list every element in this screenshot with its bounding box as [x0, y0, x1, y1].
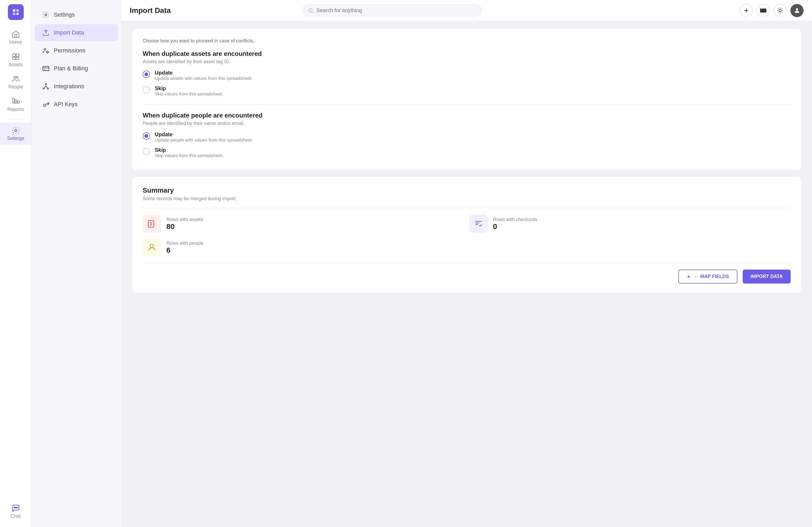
svg-point-23: [45, 84, 47, 85]
people-update-option[interactable]: Update Update people with values from th…: [143, 131, 791, 143]
search-input[interactable]: [316, 8, 476, 13]
sidebar-menu-plan-label: Plan & Billing: [54, 65, 88, 72]
duplicate-people-subtitle: People are identified by their name and/…: [143, 121, 791, 126]
sidebar-menu-integrations-label: Integrations: [54, 83, 84, 90]
svg-rect-33: [763, 9, 764, 12]
sidebar-item-permissions[interactable]: Permissions: [35, 42, 118, 59]
assets-skip-radio[interactable]: [143, 86, 150, 93]
sidebar-item-people[interactable]: People: [0, 71, 31, 93]
people-skip-text: Skip Skip values from this spreadsheet.: [155, 147, 223, 158]
svg-point-20: [44, 48, 46, 50]
people-update-desc: Update people with values from this spre…: [155, 137, 253, 143]
summary-subtitle: Some records may be merged during import…: [143, 196, 791, 202]
duplicate-assets-options: Update Update assets with values from th…: [143, 70, 791, 97]
barcode-icon: [760, 7, 767, 14]
svg-point-10: [16, 76, 18, 78]
assets-skip-label: Skip: [155, 85, 223, 91]
sidebar-item-plan-billing[interactable]: Plan & Billing: [35, 60, 118, 77]
svg-rect-1: [13, 9, 15, 12]
people-skip-option[interactable]: Skip Skip values from this spreadsheet.: [143, 147, 791, 158]
assets-stat-count: 80: [166, 222, 203, 231]
sidebar-item-import-data[interactable]: Import Data: [35, 24, 118, 41]
sidebar-menu-settings-label: Settings: [54, 11, 75, 18]
svg-rect-7: [13, 57, 16, 60]
summary-title: Summary: [143, 186, 791, 194]
duplicate-assets-section: When duplicate assets are encountered As…: [143, 50, 791, 97]
assets-update-radio[interactable]: [143, 71, 150, 78]
people-update-radio[interactable]: [143, 132, 150, 140]
people-stat-icon: [147, 243, 157, 252]
header-actions: [740, 4, 803, 17]
map-fields-button[interactable]: ← MAP FIELDS: [678, 269, 737, 283]
sidebar-item-settings[interactable]: Settings: [0, 122, 31, 145]
svg-point-14: [15, 129, 17, 131]
assets-stat-icon: [147, 219, 157, 229]
sidebar-item-assets[interactable]: Assets: [0, 49, 31, 71]
svg-line-45: [782, 8, 782, 9]
search-icon: [308, 8, 314, 13]
assets-update-text: Update Update assets with values from th…: [155, 70, 252, 81]
assets-update-option[interactable]: Update Update assets with values from th…: [143, 70, 791, 81]
people-update-label: Update: [155, 131, 253, 137]
people-skip-radio[interactable]: [143, 148, 150, 155]
search-bar[interactable]: [302, 4, 482, 16]
checkouts-stat-count: 0: [493, 222, 537, 231]
svg-rect-32: [762, 9, 763, 12]
barcode-button[interactable]: [757, 4, 770, 17]
people-stat-count: 6: [166, 246, 204, 254]
add-button[interactable]: [740, 4, 753, 17]
sidebar-item-api-keys[interactable]: API Keys: [35, 96, 118, 113]
svg-point-26: [44, 104, 46, 106]
checkouts-stat-text: Rows with checkouts 0: [493, 217, 537, 231]
svg-rect-34: [764, 9, 765, 12]
svg-point-37: [779, 9, 781, 12]
people-skip-desc: Skip values from this spreadsheet.: [155, 153, 223, 158]
summary-checkouts: Rows with checkouts 0: [469, 215, 791, 233]
svg-rect-0: [11, 8, 20, 17]
svg-rect-6: [16, 54, 19, 57]
map-fields-label: ← MAP FIELDS: [694, 274, 729, 279]
import-data-button[interactable]: IMPORT DATA: [743, 269, 791, 283]
svg-point-25: [47, 88, 49, 89]
svg-rect-22: [43, 67, 49, 71]
svg-point-21: [46, 51, 48, 53]
sidebar-item-reports[interactable]: Reports: [0, 93, 31, 116]
sidebar-label-settings: Settings: [7, 136, 24, 141]
conflict-header-text: Choose how you want to proceed in case o…: [143, 38, 791, 44]
people-icon-bg: [143, 238, 161, 257]
icon-sidebar: Home Assets People Reports: [0, 0, 32, 527]
sidebar-menu-api-label: API Keys: [54, 101, 77, 108]
nav-bottom: Chat: [11, 500, 20, 523]
sidebar-item-integrations[interactable]: Integrations: [35, 78, 118, 95]
svg-rect-12: [15, 100, 17, 103]
checkouts-stat-icon: [474, 219, 483, 229]
svg-point-27: [309, 9, 313, 12]
sidebar-label-people: People: [8, 84, 23, 90]
sidebar-label-reports: Reports: [8, 107, 24, 112]
theme-toggle[interactable]: [773, 4, 787, 17]
assets-skip-option[interactable]: Skip Skip values from this spreadsheet.: [143, 85, 791, 97]
summary-card: Summary Some records may be merged durin…: [132, 177, 801, 293]
conflict-card: Choose how you want to proceed in case o…: [132, 28, 801, 170]
assets-update-label: Update: [155, 70, 252, 76]
app-logo: [8, 4, 24, 20]
svg-rect-5: [13, 54, 16, 57]
card-footer: ← MAP FIELDS IMPORT DATA: [143, 263, 791, 283]
sidebar-item-home[interactable]: Home: [0, 26, 31, 49]
checkouts-stat-label: Rows with checkouts: [493, 217, 537, 222]
avatar-icon: [794, 7, 800, 14]
user-avatar[interactable]: [791, 4, 803, 17]
sidebar-item-chat[interactable]: Chat: [11, 500, 20, 523]
people-skip-label: Skip: [155, 147, 223, 153]
svg-rect-35: [765, 9, 765, 12]
summary-grid: Rows with assets 80 Rows with checkouts: [143, 208, 791, 257]
svg-line-44: [778, 12, 779, 13]
sidebar-item-settings-menu[interactable]: Settings: [35, 6, 118, 23]
sidebar-label-home: Home: [9, 40, 22, 45]
svg-rect-13: [17, 101, 19, 103]
duplicate-people-title: When duplicate people are encountered: [143, 112, 791, 119]
svg-point-15: [15, 507, 16, 508]
svg-rect-36: [766, 9, 766, 12]
duplicate-assets-subtitle: Assets are identified by their asset tag…: [143, 59, 791, 64]
people-update-text: Update Update people with values from th…: [155, 131, 253, 143]
